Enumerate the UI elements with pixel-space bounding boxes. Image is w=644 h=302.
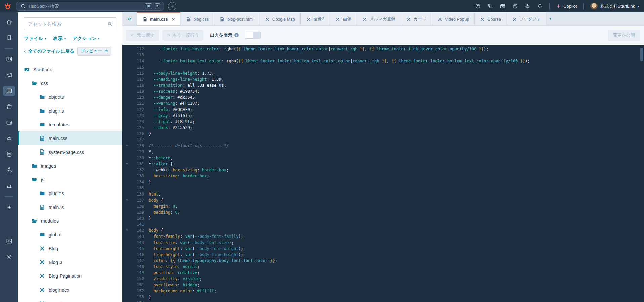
asset-search[interactable] bbox=[24, 17, 116, 30]
code-text: --headings-line-height: 1.39; bbox=[144, 76, 224, 82]
rail-item-marketing[interactable] bbox=[3, 70, 15, 80]
tree-item-brand-logo[interactable]: Brand Logo bbox=[18, 297, 122, 302]
rail-item-settings[interactable] bbox=[3, 252, 15, 262]
tab-blog.css[interactable]: blog.css bbox=[180, 12, 214, 25]
module-icon bbox=[39, 301, 45, 302]
line-number: 125 bbox=[132, 125, 144, 131]
line-number: 127 bbox=[132, 137, 144, 143]
tree-item-css[interactable]: css bbox=[18, 76, 122, 90]
fold-caret-icon[interactable]: ▼ bbox=[122, 227, 132, 233]
tree-item-blog-3[interactable]: Blog 3 bbox=[18, 255, 122, 269]
settings-icon bbox=[6, 254, 12, 260]
back-to-all-files-link[interactable]: 全てのファイルに戻る bbox=[28, 48, 74, 54]
rail-item-automation[interactable] bbox=[3, 165, 15, 175]
fold-caret-icon[interactable]: ▼ bbox=[122, 197, 132, 203]
tree-item-main.css[interactable]: main.css bbox=[18, 131, 122, 145]
code-text: position: relative; bbox=[144, 270, 200, 276]
rail-item-contacts[interactable] bbox=[3, 54, 15, 64]
asset-search-input[interactable] bbox=[28, 21, 105, 27]
tab-google-map[interactable]: Google Map bbox=[259, 12, 301, 25]
tree-item-objects[interactable]: objects bbox=[18, 90, 122, 104]
tree-item-modules[interactable]: modules bbox=[18, 214, 122, 228]
rail-item-content[interactable] bbox=[3, 86, 15, 96]
tab-main.css[interactable]: main.css× bbox=[137, 12, 180, 25]
rail-item-data[interactable] bbox=[3, 149, 15, 159]
menu-actions[interactable]: アクション▾ bbox=[72, 36, 99, 42]
calling-icon[interactable] bbox=[487, 3, 493, 9]
rail-item-bookmark[interactable] bbox=[3, 33, 15, 43]
tree-item-plugins[interactable]: plugins bbox=[18, 186, 122, 200]
cmd-key-badge: ⌘ bbox=[145, 3, 152, 9]
code-text: } bbox=[144, 294, 151, 300]
left-nav-rail bbox=[0, 12, 18, 302]
code-text: background-color: #ffffff; bbox=[144, 288, 216, 294]
account-menu[interactable]: 株式会社StartLink ▾ bbox=[590, 3, 639, 10]
tab--[interactable]: ブログフォ bbox=[507, 12, 547, 25]
tree-item-startlink[interactable]: StartLink bbox=[18, 62, 122, 76]
tree-item-blog[interactable]: Blog bbox=[18, 242, 122, 255]
redo-button[interactable]: ↷もう一度行う bbox=[162, 30, 204, 41]
tree-item-blog-pagination[interactable]: Blog Pagination bbox=[18, 269, 122, 283]
marketplace-icon[interactable] bbox=[499, 3, 506, 9]
tab-label: Video Popup bbox=[445, 17, 469, 22]
info-icon[interactable]: i bbox=[234, 33, 239, 37]
line-number: 148 bbox=[132, 264, 144, 270]
menu-view[interactable]: 表示▾ bbox=[53, 36, 66, 42]
line-number: 137 bbox=[132, 197, 144, 203]
fold-gutter bbox=[122, 173, 132, 179]
close-icon[interactable]: × bbox=[172, 16, 175, 22]
line-number: 147 bbox=[132, 258, 144, 264]
tree-item-plugins[interactable]: plugins bbox=[18, 104, 122, 118]
tree-item-blogindex[interactable]: blogIndex bbox=[18, 283, 122, 297]
code-text: --gray: #f5f5f5; bbox=[144, 113, 192, 119]
collapse-sidebar-button[interactable]: « bbox=[122, 12, 137, 25]
undo-button[interactable]: ↶元に戻す bbox=[126, 30, 159, 41]
rail-item-copilot[interactable] bbox=[3, 202, 15, 212]
copilot-button[interactable]: Copilot bbox=[556, 4, 577, 9]
tree-item-main.js[interactable]: main.js bbox=[18, 200, 122, 214]
tab-blog-post.html[interactable]: blog-post.html bbox=[214, 12, 259, 25]
hubspot-logo-icon[interactable] bbox=[3, 2, 12, 11]
tab-overflow-caret[interactable]: ▾ bbox=[547, 12, 554, 25]
notifications-icon[interactable] bbox=[537, 3, 543, 9]
tree-item-global[interactable]: global bbox=[18, 228, 122, 242]
fold-caret-icon[interactable]: ▼ bbox=[122, 143, 132, 149]
tree-item-templates[interactable]: templates bbox=[18, 118, 122, 131]
rail-item-commerce[interactable] bbox=[3, 101, 15, 112]
tab--2[interactable]: 画像2 bbox=[301, 12, 330, 25]
rail-item-service[interactable] bbox=[3, 133, 15, 143]
rail-item-reporting[interactable] bbox=[3, 180, 15, 191]
rail-item-coding[interactable] bbox=[3, 236, 15, 246]
code-line: 139 padding: 0; bbox=[122, 209, 644, 215]
tree-item-system-page.css[interactable]: system-page.css bbox=[18, 145, 122, 159]
editor-scrollbar[interactable] bbox=[640, 48, 643, 61]
tree-item-js[interactable]: js bbox=[18, 173, 122, 186]
fold-caret-icon[interactable]: ▼ bbox=[122, 161, 132, 167]
menu-file[interactable]: ファイル▾ bbox=[24, 36, 46, 42]
create-button[interactable] bbox=[168, 2, 176, 10]
rail-item-home[interactable] bbox=[3, 17, 15, 27]
tab--[interactable]: カード bbox=[401, 12, 432, 25]
tab-label: blog.css bbox=[193, 17, 209, 22]
global-search-input[interactable] bbox=[29, 4, 142, 9]
rail-item-payments[interactable] bbox=[3, 117, 15, 128]
tab-video-popup[interactable]: Video Popup bbox=[432, 12, 475, 25]
tree-item-images[interactable]: images bbox=[18, 159, 122, 173]
global-search[interactable]: ⌘ K bbox=[16, 2, 164, 11]
tab-label: 画像2 bbox=[314, 16, 324, 22]
code-text: line-height: var(--body-line-height); bbox=[144, 252, 243, 258]
upgrade-icon[interactable] bbox=[475, 3, 481, 9]
tab--[interactable]: 画像 bbox=[330, 12, 357, 25]
code-editor[interactable]: 112 --footer-link-hover-color: rgba({{ t… bbox=[122, 45, 644, 302]
fold-gutter bbox=[122, 203, 132, 209]
show-output-toggle[interactable] bbox=[245, 32, 261, 39]
tab-course[interactable]: Course bbox=[475, 12, 507, 25]
code-text: margin: 0; bbox=[144, 203, 178, 209]
settings-icon[interactable] bbox=[524, 3, 530, 9]
code-line: 151 overflow-x: hidden; bbox=[122, 282, 644, 288]
preview-button[interactable]: プレビュー bbox=[77, 47, 111, 56]
help-icon[interactable] bbox=[512, 3, 518, 9]
tab--[interactable]: メルマガ登録 bbox=[357, 12, 401, 25]
code-text: --info: #0DCAF0; bbox=[144, 106, 192, 113]
publish-changes-button[interactable]: 変更を公開 bbox=[608, 30, 640, 41]
